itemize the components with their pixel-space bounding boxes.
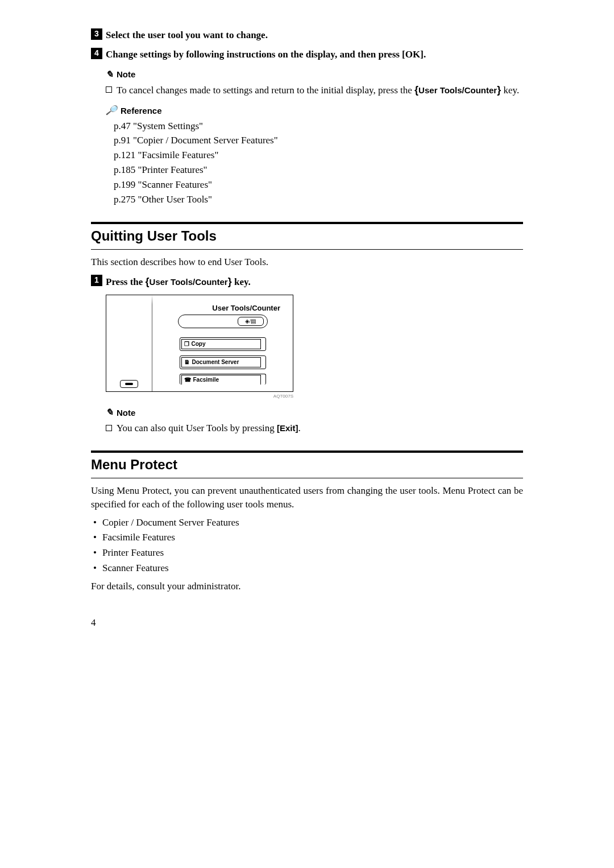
pencil-icon: ✎	[106, 406, 113, 419]
note-text-b: key.	[501, 85, 519, 96]
exit-bold: [Exit]	[277, 423, 298, 433]
docserver-icon: 🗎	[184, 358, 190, 366]
open-bracket: {	[146, 276, 150, 287]
step-number-1: 1	[91, 275, 102, 286]
note-block-2: ✎ Note You can also quit User Tools by p…	[106, 406, 523, 435]
user-tools-counter-label: User Tools/Counter	[163, 303, 283, 313]
key-label-usertools: User Tools/Counter	[418, 85, 497, 95]
step1-text-b: key.	[232, 276, 251, 287]
step-1-quitting: 1 Press the {User Tools/Counter} key.	[91, 275, 523, 289]
list-item: Printer Features	[93, 546, 523, 560]
magnifier-icon: 🔎	[106, 104, 117, 117]
copy-button-wrap[interactable]: ❐Copy	[180, 337, 266, 351]
reference-label: Reference	[121, 105, 162, 117]
docserver-button[interactable]: 🗎Document Server	[181, 357, 261, 367]
control-panel-figure: User Tools/Counter ◈/▤ ❐Copy 🗎Document S…	[106, 295, 293, 399]
fax-label: Facsimile	[193, 376, 219, 384]
ref-item: p.47 "System Settings"	[114, 119, 523, 133]
close-bracket: }	[228, 276, 232, 287]
square-bullet-icon	[106, 86, 112, 93]
note-item-2: You can also quit User Tools by pressing…	[106, 421, 523, 435]
ref-item: p.185 "Printer Features"	[114, 163, 523, 177]
fax-icon: ☎	[184, 376, 191, 384]
panel-outer: User Tools/Counter ◈/▤ ❐Copy 🗎Document S…	[106, 295, 293, 392]
utc-inner-button[interactable]: ◈/▤	[238, 317, 264, 326]
step-4-text: Change settings by following instruction…	[106, 48, 426, 61]
ref-item: p.275 "Other User Tools"	[114, 193, 523, 206]
note-text-a: To cancel changes made to settings and r…	[117, 85, 414, 96]
menu-footer: For details, consult your administrator.	[91, 580, 523, 593]
list-item: Facsimile Features	[93, 531, 523, 544]
user-tools-counter-button[interactable]: ◈/▤	[178, 315, 268, 328]
note2-text: You can also quit User Tools by pressing…	[117, 421, 301, 435]
copy-button[interactable]: ❐Copy	[181, 339, 261, 349]
note-block-1: ✎ Note To cancel changes made to setting…	[106, 68, 523, 206]
step-number-3: 3	[91, 28, 102, 40]
docserver-label: Document Server	[192, 358, 239, 366]
ref-item: p.121 "Facsimile Features"	[114, 148, 523, 162]
step-3: 3 Select the user tool you want to chang…	[91, 28, 523, 42]
key-label-usertools-2: User Tools/Counter	[150, 277, 228, 287]
note-label-2: Note	[117, 407, 135, 419]
menu-feature-list: Copier / Document Server Features Facsim…	[91, 516, 523, 575]
copy-icon: ❐	[184, 340, 189, 348]
ref-item: p.199 "Scanner Features"	[114, 178, 523, 192]
note-label: Note	[117, 68, 135, 80]
page-number: 4	[91, 616, 523, 630]
note-heading: ✎ Note	[106, 68, 523, 81]
pencil-icon: ✎	[106, 68, 113, 81]
list-item: Copier / Document Server Features	[93, 516, 523, 530]
step-number-4: 4	[91, 48, 102, 59]
quitting-intro: This section describes how to end User T…	[91, 255, 523, 269]
fax-button-wrap[interactable]: ☎Facsimile	[180, 374, 266, 385]
note-text: To cancel changes made to settings and r…	[117, 83, 519, 97]
step-1-text: Press the {User Tools/Counter} key.	[106, 275, 251, 289]
copy-label: Copy	[192, 340, 206, 348]
menu-body: Using Menu Protect, you can prevent unau…	[91, 484, 523, 511]
square-bullet-icon	[106, 425, 112, 431]
figure-code: AQT007S	[106, 393, 293, 399]
step1-text-a: Press the	[106, 276, 146, 287]
ref-item: p.91 "Copier / Document Server Features"	[114, 134, 523, 147]
note-item: To cancel changes made to settings and r…	[106, 83, 523, 97]
panel-left-area	[106, 295, 152, 391]
step-4: 4 Change settings by following instructi…	[91, 48, 523, 61]
section-heading-menuprotect: Menu Protect	[91, 450, 523, 478]
note-heading-2: ✎ Note	[106, 406, 523, 419]
reference-list: p.47 "System Settings" p.91 "Copier / Do…	[106, 119, 523, 206]
section-heading-quitting: Quitting User Tools	[91, 222, 523, 250]
panel-slot	[120, 380, 138, 388]
note2-text-b: .	[298, 423, 301, 433]
panel-right-area: User Tools/Counter ◈/▤ ❐Copy 🗎Document S…	[152, 295, 293, 391]
utc-icon: ◈/▤	[245, 317, 256, 325]
docserver-button-wrap[interactable]: 🗎Document Server	[180, 356, 266, 369]
fax-button[interactable]: ☎Facsimile	[181, 375, 261, 385]
note2-text-a: You can also quit User Tools by pressing	[117, 423, 277, 433]
step-3-text: Select the user tool you want to change.	[106, 28, 268, 42]
list-item: Scanner Features	[93, 561, 523, 575]
reference-heading: 🔎 Reference	[106, 104, 523, 117]
slot-inner	[125, 383, 133, 385]
